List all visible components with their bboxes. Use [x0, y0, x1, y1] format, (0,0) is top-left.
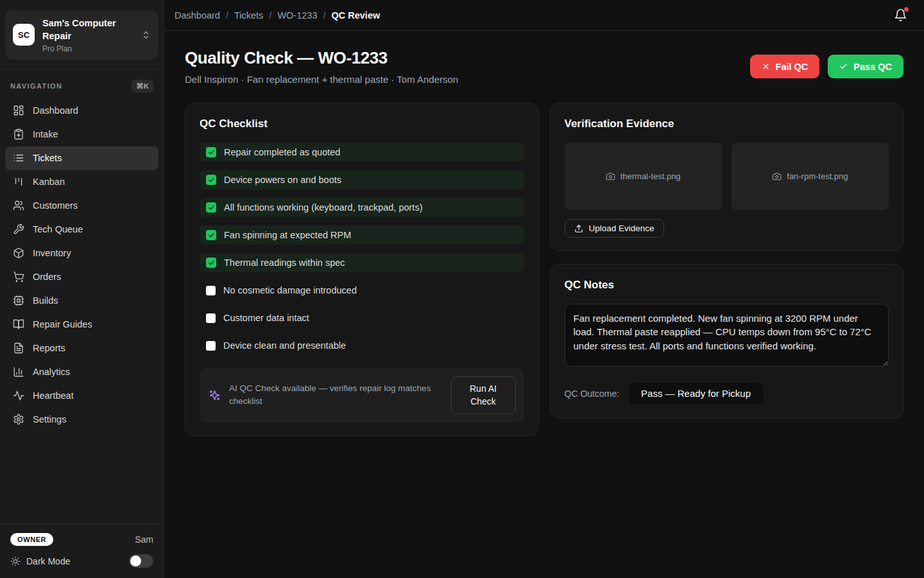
- run-ai-check-button[interactable]: Run AI Check: [451, 376, 516, 414]
- notifications-button[interactable]: [891, 6, 910, 24]
- sidebar-item-reports[interactable]: Reports: [5, 337, 158, 360]
- checklist-item-customer-data-intact[interactable]: Customer data intact: [200, 308, 524, 328]
- file-text-icon: [13, 342, 24, 354]
- camera-icon: [772, 171, 782, 181]
- sidebar-item-label: Tech Queue: [33, 224, 83, 234]
- sidebar-item-label: Settings: [33, 414, 66, 425]
- sparkles-icon: [209, 389, 221, 401]
- sidebar-item-orders[interactable]: Orders: [5, 265, 158, 289]
- breadcrumb-item-dashboard[interactable]: Dashboard: [175, 10, 220, 21]
- qc-notes-card: QC Notes QC Outcome: Pass — Ready for Pi…: [550, 264, 904, 419]
- workspace-switcher[interactable]: SC Sam's Computer Repair Pro Plan: [5, 10, 158, 60]
- sidebar-item-label: Tickets: [33, 153, 62, 163]
- upload-evidence-button[interactable]: Upload Evidence: [565, 219, 664, 238]
- breadcrumb-item-wo-1233[interactable]: WO-1233: [277, 10, 317, 21]
- sidebar-nav: DashboardIntakeTicketsKanbanCustomersTec…: [0, 99, 164, 432]
- evidence-thumbnail-fan-rpm-test-png[interactable]: fan-rpm-test.png: [732, 143, 889, 210]
- checklist-item-device-clean-and-presentable[interactable]: Device clean and presentable: [200, 336, 524, 355]
- checklist-item-thermal-readings-within-spec[interactable]: Thermal readings within spec: [200, 253, 524, 272]
- bar-chart-icon: [13, 366, 24, 378]
- chevrons-up-down-icon: [141, 30, 151, 40]
- navigation-section-label: NAVIGATION: [10, 82, 62, 90]
- checkbox-unchecked-icon[interactable]: [206, 286, 216, 295]
- pass-qc-button[interactable]: Pass QC: [828, 55, 903, 78]
- checklist-item-no-cosmetic-damage-introduced[interactable]: No cosmetic damage introduced: [200, 281, 524, 300]
- dark-mode-toggle[interactable]: [129, 554, 153, 568]
- checkbox-checked-icon[interactable]: [206, 175, 216, 185]
- breadcrumb-item-tickets[interactable]: Tickets: [234, 10, 263, 21]
- gear-icon: [13, 414, 24, 425]
- sidebar-item-label: Heartbeat: [33, 390, 74, 401]
- sidebar-item-label: Customers: [33, 200, 78, 211]
- upload-icon: [574, 224, 583, 233]
- cart-icon: [13, 271, 24, 283]
- verification-evidence-card: Verification Evidence thermal-test.pngfa…: [550, 103, 904, 251]
- qc-notes-title: QC Notes: [565, 279, 889, 292]
- checklist-item-repair-completed-as-quoted[interactable]: Repair completed as quoted: [200, 143, 524, 162]
- checklist-item-device-powers-on-and-boots[interactable]: Device powers on and boots: [200, 170, 524, 189]
- kanban-icon: [13, 176, 24, 188]
- workspace-name: Sam's Computer Repair: [42, 17, 133, 43]
- checkbox-checked-icon[interactable]: [206, 230, 216, 240]
- checklist-item-label: Device clean and presentable: [223, 340, 346, 351]
- verification-evidence-title: Verification Evidence: [565, 118, 889, 130]
- qc-outcome-label: QC Outcome:: [565, 389, 620, 399]
- package-icon: [13, 247, 24, 259]
- sidebar-item-intake[interactable]: Intake: [5, 123, 158, 146]
- command-k-shortcut[interactable]: ⌘K: [132, 80, 153, 92]
- sidebar: SC Sam's Computer Repair Pro Plan NAVIGA…: [0, 0, 164, 578]
- checklist-item-all-functions-working-keyboard-trackpad-ports-[interactable]: All functions working (keyboard, trackpa…: [200, 198, 524, 217]
- sidebar-item-label: Orders: [33, 272, 61, 282]
- users-icon: [13, 200, 24, 211]
- sidebar-item-tech-queue[interactable]: Tech Queue: [5, 218, 158, 241]
- evidence-thumbnail-thermal-test-png[interactable]: thermal-test.png: [565, 143, 722, 210]
- sidebar-item-tickets[interactable]: Tickets: [5, 146, 158, 170]
- checklist-item-label: Fan spinning at expected RPM: [224, 230, 351, 240]
- sidebar-item-builds[interactable]: Builds: [5, 289, 158, 313]
- sidebar-item-analytics[interactable]: Analytics: [5, 360, 158, 384]
- breadcrumb-separator: /: [269, 10, 271, 21]
- qc-notes-textarea[interactable]: [565, 304, 889, 367]
- user-name: Sam: [135, 534, 153, 545]
- workspace-plan: Pro Plan: [42, 44, 133, 53]
- sidebar-item-customers[interactable]: Customers: [5, 194, 158, 218]
- sidebar-item-label: Analytics: [33, 367, 70, 377]
- dark-mode-label: Dark Mode: [26, 556, 70, 566]
- page-title: Quality Check — WO-1233: [185, 48, 458, 68]
- sidebar-item-settings[interactable]: Settings: [5, 408, 158, 432]
- breadcrumb-item-qc-review: QC Review: [331, 10, 380, 21]
- qc-outcome-select[interactable]: Pass — Ready for Pickup: [628, 381, 764, 405]
- sidebar-item-dashboard[interactable]: Dashboard: [5, 99, 158, 123]
- sidebar-item-label: Reports: [33, 343, 65, 353]
- fail-qc-button[interactable]: Fail QC: [750, 55, 820, 78]
- camera-icon: [606, 171, 615, 181]
- checkbox-checked-icon[interactable]: [206, 258, 216, 268]
- cpu-icon: [13, 295, 24, 306]
- sidebar-item-inventory[interactable]: Inventory: [5, 241, 158, 265]
- x-icon: [762, 62, 770, 71]
- sidebar-item-label: Intake: [33, 129, 58, 139]
- checklist-item-label: Repair completed as quoted: [224, 147, 340, 157]
- checkbox-checked-icon[interactable]: [206, 147, 216, 157]
- checkbox-unchecked-icon[interactable]: [206, 341, 216, 351]
- check-icon: [839, 62, 848, 71]
- topbar: Dashboard/Tickets/WO-1233/QC Review: [164, 0, 924, 31]
- breadcrumb-separator: /: [226, 10, 228, 21]
- checklist-item-label: Customer data intact: [223, 313, 309, 323]
- sidebar-item-repair-guides[interactable]: Repair Guides: [5, 313, 158, 337]
- page-subtitle: Dell Inspiron · Fan replacement + therma…: [185, 74, 458, 85]
- sidebar-item-label: Inventory: [33, 248, 71, 258]
- qc-checklist-title: QC Checklist: [200, 118, 524, 130]
- checkbox-unchecked-icon[interactable]: [206, 313, 216, 323]
- list-icon: [13, 152, 24, 164]
- ai-qc-text: AI QC Check available — verifies repair …: [229, 382, 443, 408]
- checkbox-checked-icon[interactable]: [206, 202, 216, 213]
- checklist-item-fan-spinning-at-expected-rpm[interactable]: Fan spinning at expected RPM: [200, 225, 524, 245]
- activity-icon: [13, 390, 24, 401]
- qc-checklist-card: QC Checklist Repair completed as quotedD…: [185, 103, 539, 436]
- evidence-filename: thermal-test.png: [620, 171, 681, 181]
- sidebar-item-label: Kanban: [33, 177, 65, 187]
- sidebar-item-kanban[interactable]: Kanban: [5, 170, 158, 194]
- sidebar-item-heartbeat[interactable]: Heartbeat: [5, 384, 158, 408]
- checklist-item-label: All functions working (keyboard, trackpa…: [224, 202, 422, 213]
